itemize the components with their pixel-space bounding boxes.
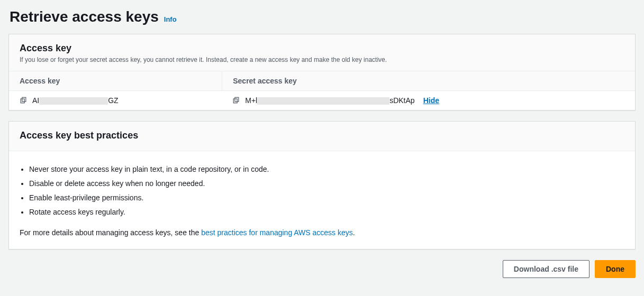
copy-icon[interactable] — [232, 97, 240, 104]
access-key-panel-header: Access key If you lose or forget your se… — [9, 34, 635, 71]
access-key-values-row: AIGZ M+lsDKtAp Hide — [9, 91, 635, 110]
access-key-panel-description: If you lose or forget your secret access… — [20, 56, 624, 63]
secret-access-key-value: M+lsDKtAp — [245, 96, 414, 105]
access-key-cell: AIGZ — [9, 91, 222, 110]
list-item: Rotate access keys regularly. — [29, 207, 624, 218]
best-practices-header: Access key best practices — [9, 122, 635, 151]
svg-rect-3 — [235, 97, 239, 101]
secret-access-key-cell: M+lsDKtAp Hide — [222, 91, 635, 110]
access-key-value: AIGZ — [32, 96, 119, 105]
column-access-key: Access key — [9, 71, 222, 90]
best-practices-link[interactable]: best practices for managing AWS access k… — [201, 228, 353, 237]
copy-icon[interactable] — [20, 97, 27, 104]
download-csv-button[interactable]: Download .csv file — [503, 260, 589, 278]
best-practices-panel: Access key best practices Never store yo… — [8, 121, 636, 249]
best-practices-footer: For more details about managing access k… — [20, 227, 624, 238]
best-practices-title: Access key best practices — [20, 130, 624, 141]
done-button[interactable]: Done — [595, 260, 636, 278]
list-item: Disable or delete access key when no lon… — [29, 178, 624, 189]
page-actions: Download .csv file Done — [8, 260, 636, 278]
access-key-panel-title: Access key — [20, 43, 624, 54]
redacted-segment — [39, 97, 108, 105]
access-key-columns: Access key Secret access key — [9, 71, 635, 91]
svg-rect-0 — [21, 99, 24, 103]
best-practices-list: Never store your access key in plain tex… — [20, 164, 624, 218]
redacted-segment — [257, 97, 389, 105]
page-header: Retrieve access keys Info — [10, 8, 636, 25]
column-secret-access-key: Secret access key — [222, 71, 635, 90]
info-link[interactable]: Info — [164, 15, 177, 23]
list-item: Never store your access key in plain tex… — [29, 164, 624, 175]
page-title: Retrieve access keys — [10, 8, 159, 25]
best-practices-body: Never store your access key in plain tex… — [9, 151, 635, 249]
hide-secret-link[interactable]: Hide — [423, 96, 439, 105]
access-key-panel: Access key If you lose or forget your se… — [8, 34, 636, 110]
svg-rect-2 — [233, 99, 237, 103]
svg-rect-1 — [22, 97, 26, 101]
list-item: Enable least-privilege permissions. — [29, 192, 624, 204]
